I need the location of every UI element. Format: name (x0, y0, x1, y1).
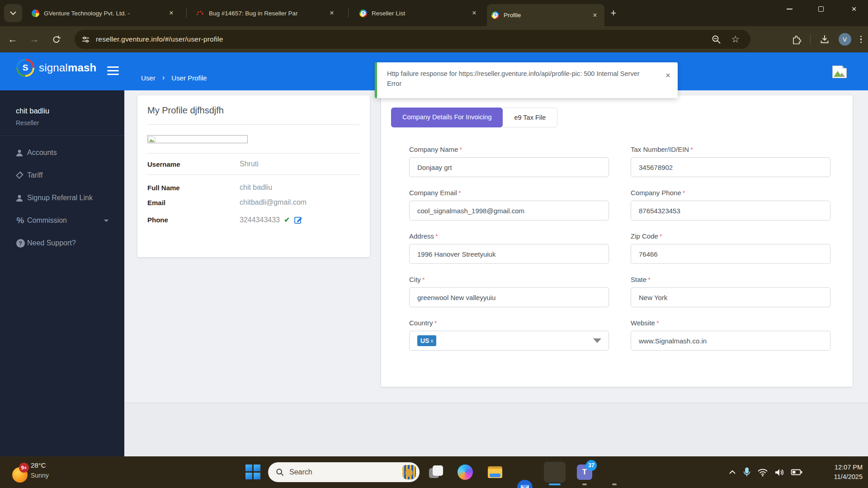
fullname-label: Full Name (147, 184, 240, 192)
chip-remove-icon[interactable]: x (430, 338, 433, 343)
city-input[interactable] (409, 287, 609, 307)
reload-button[interactable] (47, 30, 65, 48)
tab-close-icon[interactable]: × (166, 8, 176, 18)
copilot-button[interactable] (458, 465, 473, 480)
signalmash-logo-icon: S (16, 59, 34, 77)
new-tab-button[interactable]: + (608, 7, 619, 19)
taskbar-search[interactable]: Search (268, 462, 420, 482)
file-explorer-button[interactable] (487, 465, 503, 480)
window-close-button[interactable]: × (844, 0, 864, 18)
tab-title: Reseller List (372, 10, 405, 17)
field-address: Address* (409, 232, 609, 264)
tab-gventure[interactable]: GVenture Technology Pvt. Ltd. - × (27, 4, 181, 22)
person-icon (15, 149, 25, 157)
thunderbird-button[interactable] (517, 480, 533, 488)
tab-title: GVenture Technology Pvt. Ltd. - (44, 10, 130, 17)
extensions-icon[interactable] (791, 34, 801, 44)
clock-date: 11/4/2025 (812, 472, 863, 482)
tab-close-icon[interactable]: × (469, 8, 479, 18)
tab-e9-tax-file[interactable]: e9 Tax File (503, 108, 557, 127)
profile-avatar[interactable]: V (839, 33, 851, 46)
sidebar-item-tariff[interactable]: Tariff (0, 164, 124, 187)
brand-name: signalmash (39, 61, 96, 74)
bookmark-star-icon[interactable]: ☆ (731, 34, 740, 45)
company-name-input[interactable] (409, 157, 609, 177)
required-asterisk: * (690, 145, 693, 153)
sidebar-item-accounts[interactable]: Accounts (0, 141, 124, 164)
windows-taskbar: 9+ 28°C Sunny Search T 37 12:07 PM 11/4/… (0, 456, 868, 488)
field-label: Company Email (409, 189, 457, 197)
url-bar[interactable]: reseller.gventure.info/#/user/user-profi… (75, 30, 750, 49)
breadcrumb-user[interactable]: User (141, 74, 156, 82)
weather-temperature[interactable]: 28°C (31, 461, 46, 469)
zoom-icon[interactable] (712, 35, 721, 44)
browser-tabstrip: GVenture Technology Pvt. Ltd. - × Bug #1… (0, 0, 868, 26)
browser-toolbar: ← → reseller.gventure.info/#/user/user-p… (0, 26, 868, 52)
tag-icon (15, 171, 25, 179)
toast-close-icon[interactable]: × (665, 69, 670, 82)
start-button[interactable] (245, 465, 261, 480)
hamburger-menu-icon[interactable] (107, 66, 119, 75)
forward-button[interactable]: → (25, 30, 43, 48)
tab-search-button[interactable] (4, 4, 22, 22)
gventure-favicon-icon (32, 9, 39, 17)
tab-divider (186, 9, 187, 18)
required-asterisk: * (648, 276, 651, 283)
phone-value: 3244343433 (240, 216, 280, 224)
wifi-icon[interactable] (757, 468, 768, 477)
tray-chevron-up-icon[interactable] (728, 469, 736, 475)
tab-title: Profile (504, 12, 521, 19)
window-minimize-button[interactable] (779, 0, 800, 18)
verified-check-icon: ✔ (284, 216, 290, 224)
company-phone-input[interactable] (631, 201, 830, 221)
tab-close-icon[interactable]: × (590, 10, 600, 20)
sidebar-item-need-support[interactable]: ? Need Support? (0, 232, 124, 254)
person-icon (15, 194, 25, 202)
tab-close-icon[interactable]: × (327, 8, 337, 18)
tab-profile-active[interactable]: S Profile × (487, 4, 604, 26)
tab-company-details[interactable]: Company Details For Invoicing (391, 108, 503, 127)
username-value: Shruti (240, 160, 360, 168)
field-label: Website (631, 319, 655, 327)
field-label: Company Phone (631, 189, 681, 197)
sidebar-item-label: Signup Referral Link (27, 194, 93, 202)
required-asterisk: * (459, 145, 462, 153)
sidebar-item-label: Accounts (27, 149, 57, 157)
company-details-card: Company Details For Invoicing e9 Tax Fil… (381, 95, 853, 387)
field-company-name: Company Name* (409, 145, 609, 177)
microphone-icon[interactable] (743, 467, 751, 477)
sidebar-user-name: chit badliu (16, 107, 124, 115)
tax-number-input[interactable] (631, 157, 830, 177)
battery-icon[interactable] (791, 467, 803, 477)
required-asterisk: * (656, 319, 659, 327)
field-label: State (631, 276, 646, 283)
site-info-icon[interactable] (82, 36, 90, 43)
sidebar-item-signup-referral-link[interactable]: Signup Referral Link (0, 187, 124, 209)
tab-bug[interactable]: Bug #14657: Bug in Reseller Par × (192, 4, 341, 22)
search-label: Search (289, 468, 312, 476)
broken-avatar-image (147, 135, 248, 143)
clock-time: 12:07 PM (812, 463, 863, 472)
url-text: reseller.gventure.info/#/user/user-profi… (96, 35, 223, 43)
tab-reseller-list[interactable]: S Reseller List × (355, 4, 484, 22)
company-email-input[interactable] (409, 201, 609, 221)
edit-phone-icon[interactable] (294, 216, 302, 224)
back-button[interactable]: ← (4, 30, 22, 48)
country-select[interactable]: US x (409, 331, 609, 351)
address-input[interactable] (409, 244, 609, 264)
window-maximize-button[interactable] (811, 0, 831, 18)
state-input[interactable] (631, 287, 830, 307)
required-asterisk: * (422, 276, 425, 283)
browser-menu-icon[interactable] (860, 36, 862, 43)
zip-code-input[interactable] (631, 244, 830, 264)
volume-icon[interactable] (774, 468, 784, 477)
search-icon (276, 468, 284, 476)
field-label: Address (409, 232, 434, 240)
download-icon[interactable] (820, 34, 830, 44)
task-view-button[interactable] (428, 465, 443, 480)
taskbar-clock[interactable]: 12:07 PM 11/4/2025 (812, 463, 863, 482)
sidebar-item-commission[interactable]: % Commission (0, 209, 124, 232)
field-company-phone: Company Phone* (631, 189, 830, 221)
sidebar-item-label: Need Support? (27, 239, 76, 247)
website-input[interactable] (631, 331, 830, 351)
